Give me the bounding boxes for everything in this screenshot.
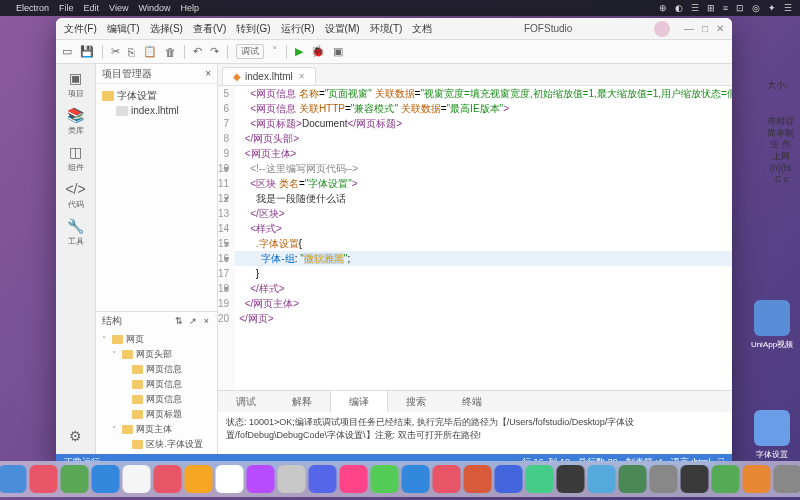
copy-icon[interactable]: ⎘ <box>128 46 135 58</box>
paste-icon[interactable]: 📋 <box>143 45 157 58</box>
dock-app[interactable] <box>30 465 58 493</box>
dock-app[interactable] <box>123 465 151 493</box>
menu-goto[interactable]: 转到(G) <box>236 22 270 36</box>
dock-app[interactable] <box>154 465 182 493</box>
structure-item[interactable]: ˅网页 <box>98 332 215 347</box>
maximize-button[interactable]: □ <box>702 23 708 34</box>
menu-file[interactable]: 文件(F) <box>64 22 97 36</box>
dock-app[interactable] <box>433 465 461 493</box>
dock-app[interactable] <box>619 465 647 493</box>
dock-app[interactable] <box>371 465 399 493</box>
panel-controls[interactable]: ⇅ ↗ × <box>175 316 211 326</box>
editor-tab[interactable]: ◆ index.lhtml × <box>222 67 316 85</box>
structure-item[interactable]: 区块.字体设置 <box>98 437 215 452</box>
dock-app[interactable] <box>216 465 244 493</box>
menu-run[interactable]: 运行(R) <box>281 22 315 36</box>
menu-select[interactable]: 选择(S) <box>150 22 183 36</box>
activity-code[interactable]: </>代码 <box>62 181 90 210</box>
structure-item[interactable]: ˅网页头部 <box>98 347 215 362</box>
activity-project[interactable]: ▣项目 <box>62 70 90 99</box>
tree-file[interactable]: index.lhtml <box>98 104 215 117</box>
cut-icon[interactable]: ✂ <box>111 45 120 58</box>
dock-app[interactable] <box>464 465 492 493</box>
status-icon[interactable]: ≡ <box>723 3 728 13</box>
dock-app[interactable] <box>681 465 709 493</box>
close-icon[interactable]: × <box>205 68 211 79</box>
new-icon[interactable]: ▭ <box>62 45 72 58</box>
console-output[interactable]: 状态: 10001>OK;编译或调试项目任务已经结束, 执行完毕后的路径为【/U… <box>218 412 732 454</box>
tab-search[interactable]: 搜索 <box>388 391 444 412</box>
status-icon[interactable]: ⊞ <box>707 3 715 13</box>
dock-app[interactable] <box>526 465 554 493</box>
structure-item[interactable]: 网页信息 <box>98 392 215 407</box>
save-icon[interactable]: 💾 <box>80 45 94 58</box>
menu-doc[interactable]: 文档 <box>412 22 432 36</box>
tab-debug[interactable]: 调试 <box>218 391 274 412</box>
dock-app[interactable] <box>0 465 27 493</box>
tab-terminal[interactable]: 终端 <box>444 391 500 412</box>
dock-app[interactable] <box>340 465 368 493</box>
status-icon[interactable]: ⊡ <box>736 3 744 13</box>
close-button[interactable]: ✕ <box>716 23 724 34</box>
dock-app[interactable] <box>278 465 306 493</box>
structure-item[interactable]: 网页信息 <box>98 362 215 377</box>
status-icon[interactable]: ◐ <box>675 3 683 13</box>
code-content[interactable]: <网页信息 名称="页面视窗" 关联数据="视窗宽度=填充视窗宽度,初始缩放值=… <box>235 86 732 390</box>
undo-icon[interactable]: ↶ <box>193 45 202 58</box>
macos-dock <box>0 461 800 497</box>
dock-app[interactable] <box>557 465 585 493</box>
menubar-window[interactable]: Window <box>138 3 170 13</box>
structure-item[interactable]: 网页信息 <box>98 377 215 392</box>
desktop-icon[interactable]: UniApp视频 <box>750 300 794 350</box>
delete-icon[interactable]: 🗑 <box>165 46 176 58</box>
status-icon[interactable]: ☰ <box>691 3 699 13</box>
dock-app[interactable] <box>495 465 523 493</box>
activity-settings[interactable]: ⚙ <box>62 428 90 446</box>
stop-icon[interactable]: ▣ <box>333 45 343 58</box>
bug-icon[interactable]: 🐞 <box>311 45 325 58</box>
tab-explain[interactable]: 解释 <box>274 391 330 412</box>
dock-app[interactable] <box>712 465 740 493</box>
activity-library[interactable]: 📚类库 <box>62 107 90 136</box>
dock-app[interactable] <box>309 465 337 493</box>
activity-tools[interactable]: 🔧工具 <box>62 218 90 247</box>
menu-settings[interactable]: 设置(M) <box>325 22 360 36</box>
menubar-file[interactable]: File <box>59 3 74 13</box>
mode-select[interactable]: 调试 <box>236 44 264 59</box>
avatar[interactable] <box>654 21 670 37</box>
dock-app[interactable] <box>588 465 616 493</box>
close-icon[interactable]: × <box>299 71 305 82</box>
code-editor[interactable]: 56789 ▾1011 ▾121314 ▾15 ▾1617 ▾181920 <网… <box>218 86 732 390</box>
menu-view[interactable]: 查看(V) <box>193 22 226 36</box>
activity-component[interactable]: ◫组件 <box>62 144 90 173</box>
dock-app[interactable] <box>92 465 120 493</box>
dock-app[interactable] <box>743 465 771 493</box>
side-panel: 项目管理器 × 字体设置 index.lhtml 结构 ⇅ ↗ × ˅网页˅网页… <box>96 64 218 454</box>
minimize-button[interactable]: — <box>684 23 694 34</box>
menu-env[interactable]: 环境(T) <box>370 22 403 36</box>
tab-compile[interactable]: 编译 <box>330 391 388 412</box>
app-window: 文件(F) 编辑(T) 选择(S) 查看(V) 转到(G) 运行(R) 设置(M… <box>56 18 732 470</box>
dock-app[interactable] <box>774 465 801 493</box>
run-icon[interactable]: ▶ <box>295 45 303 58</box>
menu-edit[interactable]: 编辑(T) <box>107 22 140 36</box>
dock-app[interactable] <box>650 465 678 493</box>
dock-app[interactable] <box>185 465 213 493</box>
desktop-icon[interactable]: 字体设置 <box>750 410 794 460</box>
structure-item[interactable]: 网页标题 <box>98 407 215 422</box>
dock-app[interactable] <box>61 465 89 493</box>
structure-item[interactable]: ˅网页主体 <box>98 422 215 437</box>
status-icon[interactable]: ◎ <box>752 3 760 13</box>
status-icon[interactable]: ⊕ <box>659 3 667 13</box>
menubar-view[interactable]: View <box>109 3 128 13</box>
folder-icon <box>102 91 114 101</box>
menubar-app[interactable]: Electron <box>16 3 49 13</box>
tree-folder[interactable]: 字体设置 <box>98 88 215 104</box>
status-icon[interactable]: ✦ <box>768 3 776 13</box>
menubar-edit[interactable]: Edit <box>84 3 100 13</box>
dock-app[interactable] <box>402 465 430 493</box>
status-icon[interactable]: ☰ <box>784 3 792 13</box>
redo-icon[interactable]: ↷ <box>210 45 219 58</box>
menubar-help[interactable]: Help <box>180 3 199 13</box>
dock-app[interactable] <box>247 465 275 493</box>
